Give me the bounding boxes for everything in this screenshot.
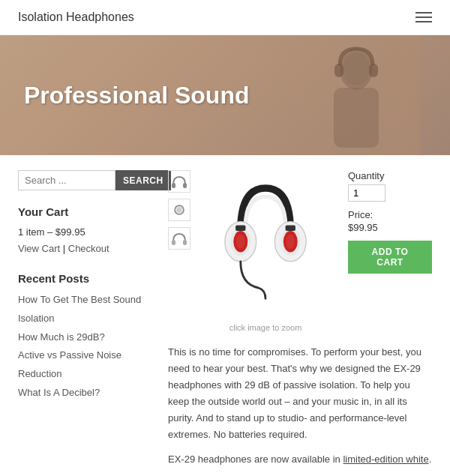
product-area: click image to zoom Quantity Price: $99.… [168,170,432,476]
svg-rect-2 [334,88,379,148]
product-images: click image to zoom Quantity Price: $99.… [168,170,432,332]
svg-rect-6 [183,183,187,188]
cart-info: 1 item – $99.95 View Cart | Checkout [18,224,150,257]
site-title: Isolation Headphones [18,10,134,24]
hero-heading: Professional Sound [0,82,249,109]
product-image [198,174,333,316]
recent-post-link[interactable]: Active vs Passive Noise Reduction [18,346,150,383]
thumbnail-2[interactable] [168,199,190,221]
cart-separator: | [63,243,68,254]
svg-rect-3 [334,64,344,77]
quantity-input[interactable] [348,184,386,202]
quantity-label: Quantity [348,170,432,181]
view-cart-link[interactable]: View Cart [18,243,60,254]
hero-illustration [308,43,405,155]
checkout-link[interactable]: Checkout [68,243,110,254]
recent-posts-section: Recent Posts How To Get The Best Sound I… [18,272,150,402]
menu-icon[interactable] [416,12,432,22]
hero-section: Professional Sound [0,35,450,155]
recent-post-link[interactable]: How Much is 29dB? [18,328,150,347]
svg-rect-9 [172,240,176,245]
svg-point-18 [286,235,295,249]
header: Isolation Headphones [0,0,450,35]
desc-p2-suffix: . [429,454,432,465]
svg-point-14 [236,235,244,249]
desc-p2-prefix: EX-29 headphones are now available in [168,454,343,465]
svg-rect-19 [236,225,245,231]
search-input[interactable] [18,170,116,190]
price-value: $99.95 [348,222,432,233]
cart-section: Your Cart 1 item – $99.95 View Cart | Ch… [18,205,150,257]
product-description: This is no time for compromises. To perf… [168,344,432,476]
svg-rect-20 [286,225,296,231]
description-paragraph-2: EX-29 headphones are now available in li… [168,451,432,468]
svg-rect-4 [369,64,378,77]
main-image-wrapper[interactable]: click image to zoom [198,170,333,332]
search-area: SEARCH [18,170,150,190]
main-image-area [198,170,333,320]
add-to-cart-button[interactable]: ADD TO CART [348,241,432,274]
svg-point-8 [177,208,182,212]
recent-post-link[interactable]: What Is A Decibel? [18,384,150,403]
recent-post-link[interactable]: How To Get The Best Sound Isolation [18,291,150,328]
main-content: SEARCH Your Cart 1 item – $99.95 View Ca… [0,155,450,476]
thumbnail-1[interactable] [168,170,190,193]
price-label: Price: [348,209,432,220]
svg-rect-10 [183,240,187,245]
sidebar: SEARCH Your Cart 1 item – $99.95 View Ca… [18,170,168,409]
recent-posts-list: How To Get The Best Sound IsolationHow M… [18,291,150,402]
svg-rect-5 [172,183,176,188]
svg-point-1 [343,52,370,85]
description-paragraph-1: This is no time for compromises. To perf… [168,344,432,444]
search-button[interactable]: SEARCH [116,170,171,190]
zoom-label: click image to zoom [198,323,333,332]
cart-title: Your Cart [18,205,150,218]
thumbnail-3[interactable] [168,227,190,250]
product-controls: Quantity Price: $99.95 ADD TO CART [340,170,432,332]
recent-posts-title: Recent Posts [18,272,150,285]
cart-summary: 1 item – $99.95 [18,226,86,238]
limited-edition-text: limited-edition white [343,454,428,465]
thumbnail-list [168,170,190,332]
